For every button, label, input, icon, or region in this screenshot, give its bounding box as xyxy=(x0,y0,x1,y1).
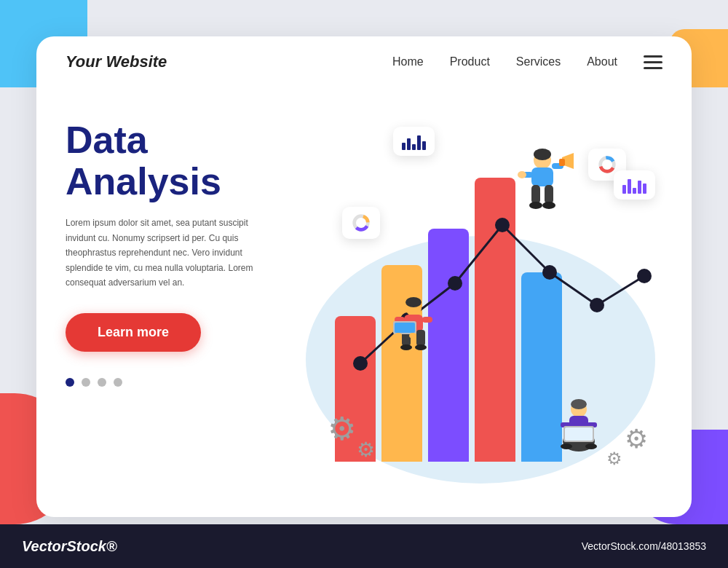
svg-rect-17 xyxy=(416,330,425,346)
mini-bar-2-b xyxy=(628,179,631,194)
svg-point-31 xyxy=(529,202,542,209)
svg-point-43 xyxy=(585,443,597,449)
svg-point-18 xyxy=(400,344,412,350)
gear-icon-2: ⚙ xyxy=(357,438,375,462)
gear-icon-1: ⚙ xyxy=(328,410,356,447)
person-1-svg xyxy=(384,295,443,360)
hero-right: ⚙ ⚙ ⚙ ⚙ xyxy=(298,105,662,505)
hero-description: Lorem ipsum dolor sit amet, sea putant s… xyxy=(66,216,255,290)
nav-product[interactable]: Product xyxy=(450,55,490,68)
hamburger-line-2 xyxy=(644,61,662,63)
watermark-bar: VectorStock® VectorStock.com/48013853 xyxy=(0,524,728,568)
svg-point-27 xyxy=(534,149,551,160)
mini-bar-2-e xyxy=(643,184,646,194)
svg-rect-21 xyxy=(422,317,432,323)
hero-left: Data Analysis Lorem ipsum dolor sit amet… xyxy=(66,105,298,505)
mini-bar-2-c xyxy=(633,188,636,194)
dot-4[interactable] xyxy=(114,378,122,387)
svg-rect-23 xyxy=(395,323,415,333)
person-1-figure xyxy=(384,295,443,363)
nav-home[interactable]: Home xyxy=(392,55,424,68)
svg-point-42 xyxy=(561,443,572,449)
svg-point-37 xyxy=(518,171,526,178)
logo: Your Website xyxy=(66,52,167,71)
float-card-bar-chart xyxy=(393,127,435,156)
watermark-logo-text: VectorStock® xyxy=(22,538,117,554)
svg-rect-29 xyxy=(531,185,540,204)
hero-title-line1: Data xyxy=(66,119,298,161)
mini-bar-c xyxy=(412,144,416,150)
dot-2[interactable] xyxy=(82,378,90,387)
hamburger-line-1 xyxy=(644,55,662,58)
svg-point-39 xyxy=(571,399,587,409)
main-card: Your Website Home Product Services About… xyxy=(36,36,692,517)
gear-icon-3: ⚙ xyxy=(625,424,648,454)
svg-point-25 xyxy=(409,333,416,339)
dot-3[interactable] xyxy=(98,378,106,387)
person-3-svg xyxy=(553,399,604,457)
svg-point-24 xyxy=(395,333,402,339)
nav-services[interactable]: Services xyxy=(516,55,561,68)
float-card-bar-chart-2 xyxy=(614,170,655,200)
watermark-url: VectorStock.com/48013853 xyxy=(582,540,706,552)
watermark-logo: VectorStock® xyxy=(22,538,117,555)
navbar: Your Website Home Product Services About xyxy=(36,36,692,83)
donut-chart-2-icon xyxy=(351,213,371,233)
mini-bar-2-d xyxy=(638,181,641,194)
person-3-figure xyxy=(553,399,604,460)
svg-rect-28 xyxy=(531,167,553,186)
mini-bar-d xyxy=(417,135,421,150)
nav-links: Home Product Services About xyxy=(392,55,662,69)
mini-bar-e xyxy=(422,141,426,150)
svg-point-6 xyxy=(637,269,652,283)
gear-icon-4: ⚙ xyxy=(606,449,622,469)
float-card-donut-2 xyxy=(342,207,380,239)
svg-rect-35 xyxy=(559,159,565,166)
hero-title-line2: Analysis xyxy=(66,161,298,202)
mini-bar-2-a xyxy=(622,185,626,194)
svg-rect-30 xyxy=(545,185,553,204)
svg-point-32 xyxy=(542,202,555,209)
mini-bar-a xyxy=(402,143,405,150)
svg-point-14 xyxy=(405,297,422,307)
person-2-svg xyxy=(510,147,575,220)
donut-chart-1-icon xyxy=(597,154,617,175)
hamburger-line-3 xyxy=(644,67,662,69)
mini-bar-b xyxy=(407,138,411,150)
learn-more-button[interactable]: Learn more xyxy=(66,313,201,352)
dot-1[interactable] xyxy=(66,378,74,387)
hero-title: Data Analysis xyxy=(66,119,298,202)
hero-section: Data Analysis Lorem ipsum dolor sit amet… xyxy=(36,83,692,505)
mini-bar-chart-2-icon xyxy=(622,176,646,194)
mini-bar-chart-icon xyxy=(402,133,426,150)
svg-rect-47 xyxy=(565,427,593,441)
nav-about[interactable]: About xyxy=(587,55,617,68)
carousel-dots xyxy=(66,378,298,387)
person-2-figure xyxy=(510,147,575,223)
svg-point-19 xyxy=(415,344,427,350)
hamburger-menu[interactable] xyxy=(644,55,662,69)
